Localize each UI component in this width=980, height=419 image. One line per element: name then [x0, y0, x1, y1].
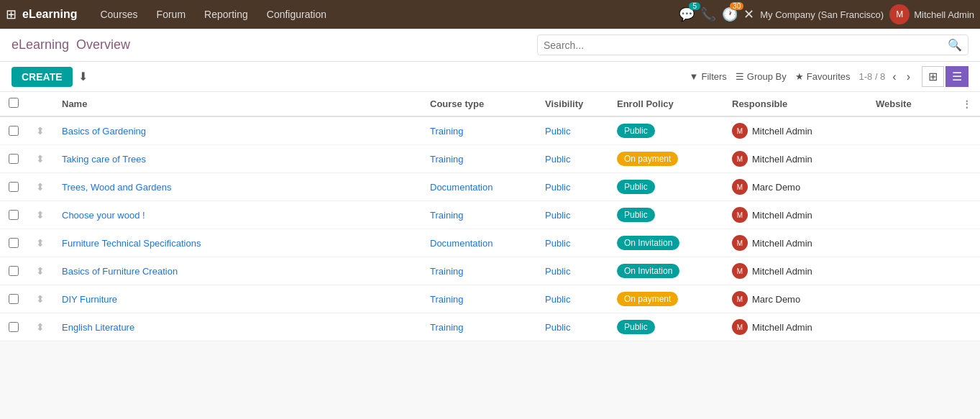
row-checkbox[interactable] [9, 154, 19, 164]
row-checkbox[interactable] [9, 210, 19, 220]
nav-right: 💬 5 📞 🕐 30 ✕ My Company (San Francisco) … [679, 4, 974, 24]
pagination: 1-8 / 8 ‹ › [858, 69, 913, 85]
row-checkbox[interactable] [9, 238, 19, 248]
responsible-name[interactable]: Mitchell Admin [752, 266, 812, 277]
responsible-avatar: M [732, 179, 748, 195]
course-type-link[interactable]: Documentation [430, 238, 493, 249]
row-website-cell [867, 257, 953, 285]
header-responsible: Responsible [723, 92, 867, 116]
column-options-icon[interactable]: ⋮ [962, 98, 971, 109]
toolbar-right: ▼ Filters ☰ Group By ★ Favourites 1-8 / … [690, 66, 968, 87]
row-drag-cell: ⬍ [27, 285, 53, 313]
row-checkbox[interactable] [9, 322, 19, 332]
row-more-cell [953, 173, 980, 201]
course-type-link[interactable]: Documentation [430, 182, 493, 193]
responsible-name[interactable]: Mitchell Admin [752, 238, 812, 249]
search-icon[interactable]: 🔍 [948, 38, 962, 52]
drag-handle-icon[interactable]: ⬍ [36, 125, 45, 137]
course-type-link[interactable]: Training [430, 322, 463, 333]
app-brand[interactable]: eLearning [22, 8, 77, 21]
course-type-link[interactable]: Training [430, 154, 463, 165]
page-header: eLearning Overview 🔍 [0, 29, 980, 62]
nav-forum[interactable]: Forum [148, 0, 194, 29]
row-checkbox[interactable] [9, 294, 19, 304]
nav-reporting[interactable]: Reporting [196, 0, 257, 29]
responsible-name[interactable]: Marc Demo [752, 294, 800, 305]
select-all-checkbox[interactable] [9, 98, 19, 108]
visibility-value: Public [545, 154, 570, 165]
responsible-name[interactable]: Mitchell Admin [752, 322, 812, 333]
row-enroll-cell: Public [608, 313, 723, 341]
kanban-view-button[interactable]: ⊞ [922, 66, 944, 87]
drag-handle-icon[interactable]: ⬍ [36, 181, 45, 193]
header-drag-col [27, 92, 53, 116]
group-by-button[interactable]: ☰ Group By [736, 71, 787, 82]
next-page-button[interactable]: › [904, 69, 913, 85]
course-name-link[interactable]: Basics of Gardening [62, 126, 146, 137]
row-more-cell [953, 229, 980, 257]
course-name-link[interactable]: Furniture Technical Specifications [62, 238, 201, 249]
create-button[interactable]: CREATE [12, 67, 73, 87]
download-button[interactable]: ⬇ [78, 70, 88, 83]
close-icon[interactable]: ✕ [743, 6, 754, 22]
course-name-link[interactable]: Taking care of Trees [62, 154, 146, 165]
course-name-link[interactable]: Basics of Furniture Creation [62, 266, 178, 277]
row-type-cell: Training [421, 257, 536, 285]
drag-handle-icon[interactable]: ⬍ [36, 321, 45, 333]
toolbar: CREATE ⬇ ▼ Filters ☰ Group By ★ Favourit… [0, 62, 980, 92]
search-input[interactable] [544, 40, 948, 51]
company-name[interactable]: My Company (San Francisco) [760, 9, 884, 20]
table-row: ⬍ DIY Furniture Training Public On payme… [0, 285, 980, 313]
course-name-link[interactable]: Trees, Wood and Gardens [62, 182, 171, 193]
user-menu[interactable]: M Mitchell Admin [889, 4, 974, 24]
table-row: ⬍ English Literature Training Public Pub… [0, 313, 980, 341]
nav-configuration[interactable]: Configuration [258, 0, 335, 29]
row-website-cell [867, 145, 953, 173]
course-type-link[interactable]: Training [430, 210, 463, 221]
row-name-cell: Basics of Furniture Creation [53, 257, 421, 285]
row-visibility-cell: Public [536, 229, 608, 257]
row-checkbox[interactable] [9, 266, 19, 276]
responsible-name[interactable]: Mitchell Admin [752, 210, 812, 221]
row-enroll-cell: On payment [608, 145, 723, 173]
apps-icon[interactable]: ⊞ [6, 6, 17, 22]
favourites-button[interactable]: ★ Favourites [795, 71, 851, 82]
activity-icon[interactable]: 🕐 30 [722, 6, 738, 22]
list-view-button[interactable]: ☰ [945, 66, 968, 87]
course-name-link[interactable]: English Literature [62, 322, 134, 333]
responsible-name[interactable]: Marc Demo [752, 182, 800, 193]
responsible-name[interactable]: Mitchell Admin [752, 154, 812, 165]
row-name-cell: Taking care of Trees [53, 145, 421, 173]
drag-handle-icon[interactable]: ⬍ [36, 153, 45, 165]
course-type-link[interactable]: Training [430, 266, 463, 277]
header-website: Website [867, 92, 953, 116]
chat-icon[interactable]: 💬 5 [679, 6, 695, 22]
row-visibility-cell: Public [536, 285, 608, 313]
course-type-link[interactable]: Training [430, 294, 463, 305]
drag-handle-icon[interactable]: ⬍ [36, 265, 45, 277]
row-drag-cell: ⬍ [27, 313, 53, 341]
row-website-cell [867, 229, 953, 257]
course-name-link[interactable]: DIY Furniture [62, 294, 117, 305]
row-name-cell: Basics of Gardening [53, 116, 421, 145]
row-checkbox-cell [0, 229, 27, 257]
course-type-link[interactable]: Training [430, 126, 463, 137]
row-drag-cell: ⬍ [27, 173, 53, 201]
row-checkbox-cell [0, 201, 27, 229]
responsible-name[interactable]: Mitchell Admin [752, 126, 812, 137]
row-checkbox[interactable] [9, 126, 19, 136]
drag-handle-icon[interactable]: ⬍ [36, 237, 45, 249]
row-more-cell [953, 145, 980, 173]
top-nav: ⊞ eLearning Courses Forum Reporting Conf… [0, 0, 980, 29]
drag-handle-icon[interactable]: ⬍ [36, 209, 45, 221]
nav-courses[interactable]: Courses [91, 0, 146, 29]
row-checkbox[interactable] [9, 182, 19, 192]
course-name-link[interactable]: Choose your wood ! [62, 210, 145, 221]
phone-icon[interactable]: 📞 [700, 6, 716, 22]
prev-page-button[interactable]: ‹ [889, 69, 899, 85]
row-more-cell [953, 257, 980, 285]
filters-button[interactable]: ▼ Filters [690, 71, 727, 82]
visibility-value: Public [545, 210, 570, 221]
drag-handle-icon[interactable]: ⬍ [36, 293, 45, 305]
user-name: Mitchell Admin [914, 9, 974, 20]
